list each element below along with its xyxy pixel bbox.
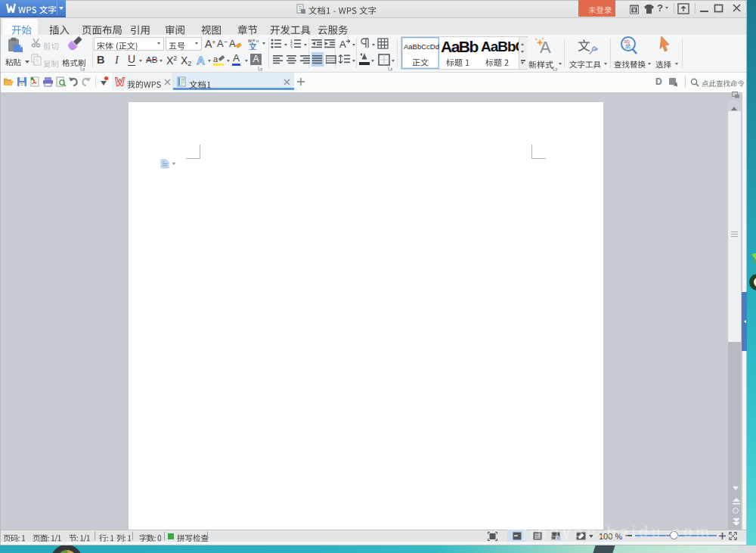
svg-text:A: A [339,39,346,49]
svg-text:a: a [213,54,218,64]
svg-text:n: n [256,39,259,43]
svg-text:A: A [229,38,236,49]
svg-text:ab: ab [624,39,630,44]
svg-text:é: é [253,38,256,42]
svg-text:3: 3 [290,45,293,49]
svg-text:A: A [540,38,551,55]
svg-text:ac: ac [625,44,631,49]
svg-text:A: A [197,54,205,66]
svg-text:w: w [247,38,253,43]
